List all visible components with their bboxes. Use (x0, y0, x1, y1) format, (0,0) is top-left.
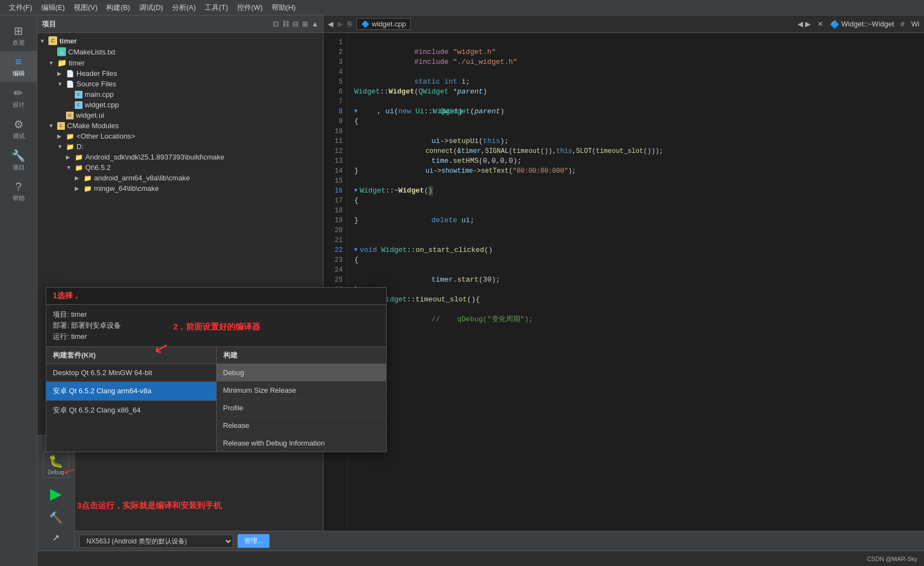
deploy-button[interactable]: ↗ (43, 529, 69, 546)
action-buttons-panel: timer 🐛 Debug ▶ 🔨 ↗ (37, 435, 75, 551)
tree-arrow-cmake[interactable]: ▼ (48, 123, 57, 129)
filter-icon[interactable]: ⊡ (273, 20, 279, 28)
folder-source-icon: 📄 (66, 80, 74, 88)
code-line-9: { (354, 117, 917, 127)
tree-item-header-files[interactable]: ▶ 📄 Header Files (37, 68, 323, 79)
editor-tab[interactable]: 🔷 widget.cpp (356, 18, 411, 30)
tree-item-timer-folder[interactable]: ▼ 📁 timer (37, 57, 323, 68)
line-num-9: 9 (323, 117, 347, 127)
panel-actions: ⊡ ⛓ ⊟ ⊞ ▲ (273, 20, 318, 28)
arrow-up-icon[interactable]: ▲ (311, 20, 318, 28)
menu-help[interactable]: 帮助(H) (267, 1, 300, 15)
tree-item-other-locations[interactable]: ▶ 📁 <Other Locations> (37, 131, 323, 141)
expand-icon[interactable]: ⊟ (293, 20, 299, 28)
code-line-24: timer.start(30); (354, 265, 917, 275)
tree-arrow-qt[interactable]: ▼ (66, 164, 75, 171)
kit-selector-overlay: 1选择， 项目: timer 部署: 部署到安卓设备 运行: timer 构建套… (46, 287, 387, 452)
tree-item-timer-root[interactable]: ▼ C timer (37, 35, 323, 46)
tree-arrow-other[interactable]: ▶ (57, 133, 66, 139)
menu-file[interactable]: 文件(F) (4, 1, 37, 15)
project-panel-header: 项目 ⊡ ⛓ ⊟ ⊞ ▲ (37, 15, 323, 33)
line-num-1: 1 (323, 37, 347, 47)
tree-item-source-files[interactable]: ▼ 📄 Source Files (37, 79, 323, 89)
line-num-20: 20 (323, 226, 347, 235)
link-icon[interactable]: ⛓ (282, 20, 289, 28)
menu-controls[interactable]: 控件(W) (233, 1, 267, 15)
folder-android-icon: 📁 (75, 153, 83, 161)
kit-table: 构建套件(Kit) Desktop Qt 6.5.2 MinGW 64-bit … (46, 347, 386, 452)
step-info: 项目: timer 部署: 部署到安卓设备 运行: timer (46, 305, 386, 347)
tree-item-d-drive[interactable]: ▼ 📁 D: (37, 141, 323, 152)
kit-row-android-x86[interactable]: 安卓 Qt 6.5.2 Clang x86_64 (46, 401, 216, 420)
tree-arrow-header[interactable]: ▶ (57, 70, 66, 76)
other-folder-icon: 📁 (66, 133, 74, 140)
tree-arrow-arm[interactable]: ▶ (75, 175, 84, 181)
tree-item-arm64[interactable]: ▶ 📁 android_arm64_v8a\lib\cmake (37, 173, 323, 183)
build-row-release-debug[interactable]: Release with Debug Information (217, 435, 387, 452)
menu-tools[interactable]: 工具(T) (200, 1, 233, 15)
more-icon[interactable]: ⊞ (302, 20, 308, 28)
tree-arrow-mingw[interactable]: ▶ (75, 185, 84, 191)
bottom-toolbar: Run device NX563J (Android 类型的默认设备) 管理..… (37, 531, 924, 551)
tree-arrow[interactable]: ▼ (40, 38, 48, 44)
tree-item-main-cpp[interactable]: C main.cpp (37, 89, 323, 100)
cmake-module-icon: C (57, 122, 65, 130)
menu-debug[interactable]: 调试(D) (135, 1, 168, 15)
run-button[interactable]: ▶ (43, 480, 69, 507)
tree-arrow-android[interactable]: ▶ (66, 154, 75, 160)
sidebar-item-help[interactable]: ? 帮助 (0, 176, 37, 207)
tree-item-cmakelists[interactable]: △ CMakeLists.txt (37, 46, 323, 57)
prev-func-icon[interactable]: ◀ (798, 20, 803, 28)
build-row-minsize[interactable]: Minimum Size Release (217, 382, 387, 399)
menu-view[interactable]: 视图(V) (69, 1, 102, 15)
tree-arrow-d[interactable]: ▼ (57, 144, 66, 150)
sidebar-item-edit[interactable]: ≡ 编辑 (0, 51, 37, 82)
build-row-profile[interactable]: Profile (217, 399, 387, 417)
sidebar-item-welcome[interactable]: ⊞ 欢迎 (0, 20, 37, 51)
top-panel: 项目 ⊡ ⛓ ⊟ ⊞ ▲ ▼ C timer (37, 15, 924, 547)
build-hammer-icon: 🔨 (49, 511, 63, 524)
tree-item-qt652[interactable]: ▼ 📁 Qt\6.5.2 (37, 162, 323, 173)
menu-analyze[interactable]: 分析(A) (168, 1, 200, 15)
manage-button[interactable]: 管理... (238, 534, 270, 548)
sidebar-item-debug[interactable]: ⚙ 调试 (0, 113, 37, 145)
sidebar-item-project[interactable]: 🔧 项目 (0, 145, 37, 176)
code-line-27: ▼ void Widget::timeout_slot(){ (354, 295, 917, 305)
tree-item-widget-ui[interactable]: U widget.ui (37, 110, 323, 120)
menu-build[interactable]: 构建(B) (102, 1, 134, 15)
nav-back-icon[interactable]: ◀ (328, 20, 333, 28)
info-deploy: 部署: 部署到安卓设备 (53, 320, 380, 331)
device-select[interactable]: NX563J (Android 类型的默认设备) (79, 535, 233, 548)
line-num-22: 22 (323, 245, 347, 255)
close-tab-icon[interactable]: ✕ (817, 20, 823, 28)
tree-item-widget-cpp[interactable]: C widget.cpp (37, 100, 323, 110)
window-title-partial: Wi (911, 20, 920, 28)
sidebar-item-design[interactable]: ✏ 设计 (0, 82, 37, 113)
tree-item-android-sdk[interactable]: ▶ 📁 Android_sdk\ndk\25.1.8937393\build\c… (37, 152, 323, 162)
next-func-icon[interactable]: ▶ (805, 20, 811, 28)
folder-arm-icon: 📁 (84, 174, 92, 182)
debug-button[interactable]: 🐛 Debug (43, 452, 69, 478)
tree-label-widget-ui: widget.ui (76, 111, 104, 119)
tree-label-cmakelists: CMakeLists.txt (68, 48, 115, 56)
line-num-2: 2 (323, 47, 347, 57)
kit-row-android-arm[interactable]: 安卓 Qt 6.5.2 Clang arm64-v8a (46, 382, 216, 401)
tree-arrow-timer[interactable]: ▼ (48, 60, 57, 66)
tree-item-cmake-modules[interactable]: ▼ C CMake Modules (37, 120, 323, 131)
nav-forward-icon[interactable]: ▶ (338, 20, 343, 28)
build-row-release[interactable]: Release (217, 417, 387, 435)
code-line-17: { (354, 196, 917, 206)
menu-edit[interactable]: 编辑(E) (37, 1, 69, 15)
build-row-debug[interactable]: Debug (217, 364, 387, 382)
tree-arrow-source[interactable]: ▼ (57, 81, 66, 87)
kit-row-desktop[interactable]: Desktop Qt 6.5.2 MinGW 64-bit (46, 364, 216, 382)
tree-label-android: Android_sdk\ndk\25.1.8937393\build\cmake (85, 153, 224, 161)
cpp-file-icon: 🔷 (361, 20, 370, 28)
folder-header-icon: 📄 (66, 70, 74, 78)
line-num-7: 7 (323, 97, 347, 107)
wrench-icon: 🔧 (12, 149, 25, 162)
folder-icon: 📁 (57, 58, 67, 67)
nav-copy-icon[interactable]: ⎘ (348, 20, 352, 28)
build-button[interactable]: 🔨 (43, 509, 69, 526)
tree-item-mingw[interactable]: ▶ 📁 mingw_64\lib\cmake (37, 183, 323, 194)
